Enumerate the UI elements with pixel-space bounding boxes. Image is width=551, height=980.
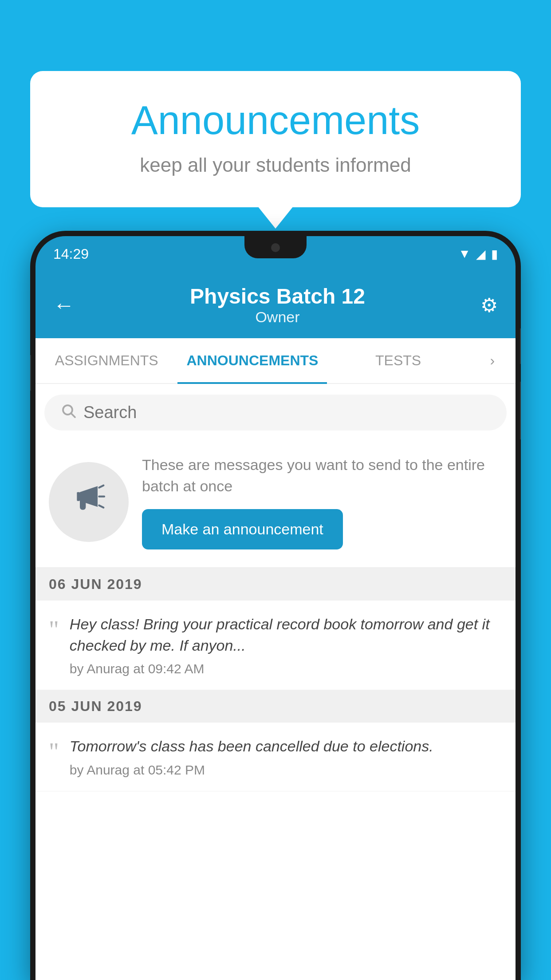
tab-announcements[interactable]: ANNOUNCEMENTS bbox=[177, 338, 327, 383]
speech-bubble: Announcements keep all your students inf… bbox=[30, 71, 521, 207]
date-label-1: 06 JUN 2019 bbox=[49, 576, 142, 593]
header-center: Physics Batch 12 Owner bbox=[75, 284, 480, 326]
back-button[interactable]: ← bbox=[53, 293, 75, 317]
announcement-author-2: by Anurag at 05:42 PM bbox=[70, 763, 502, 778]
tab-more[interactable]: › bbox=[469, 338, 516, 383]
battery-icon: ▮ bbox=[491, 247, 498, 261]
quote-icon-1: " bbox=[49, 617, 59, 676]
app-screen: ← Physics Batch 12 Owner ⚙ ASSIGNMENTS A… bbox=[35, 272, 516, 980]
volume-button bbox=[30, 355, 31, 391]
status-icons: ▼ ◢ ▮ bbox=[458, 247, 498, 261]
bubble-title: Announcements bbox=[66, 98, 485, 143]
promo-icon-container bbox=[49, 462, 129, 542]
tabs-bar: ASSIGNMENTS ANNOUNCEMENTS TESTS › bbox=[35, 338, 516, 384]
svg-line-5 bbox=[99, 505, 103, 507]
search-icon bbox=[60, 403, 76, 423]
announcement-content-2: Tomorrow's class has been cancelled due … bbox=[70, 736, 502, 778]
announcement-text-1: Hey class! Bring your practical record b… bbox=[70, 614, 502, 656]
power-button bbox=[520, 328, 521, 364]
volume-down-button bbox=[520, 382, 521, 439]
status-bar: 14:29 ▼ ◢ ▮ bbox=[35, 236, 516, 272]
promo-content: These are messages you want to send to t… bbox=[142, 454, 502, 549]
notch bbox=[244, 236, 307, 258]
bubble-subtitle: keep all your students informed bbox=[66, 154, 485, 176]
phone-inner: 14:29 ▼ ◢ ▮ ← Physics Batch 12 Owner ⚙ bbox=[35, 236, 516, 980]
announcement-item-1[interactable]: " Hey class! Bring your practical record… bbox=[35, 601, 516, 690]
promo-text: These are messages you want to send to t… bbox=[142, 454, 502, 497]
status-time: 14:29 bbox=[53, 246, 89, 262]
speech-bubble-section: Announcements keep all your students inf… bbox=[30, 71, 521, 207]
header-subtitle: Owner bbox=[75, 308, 480, 326]
announcement-promo: These are messages you want to send to t… bbox=[35, 441, 516, 568]
app-header: ← Physics Batch 12 Owner ⚙ bbox=[35, 272, 516, 338]
announcement-text-2: Tomorrow's class has been cancelled due … bbox=[70, 736, 502, 757]
date-separator-2: 05 JUN 2019 bbox=[35, 690, 516, 723]
announcement-item-2[interactable]: " Tomorrow's class has been cancelled du… bbox=[35, 723, 516, 791]
make-announcement-button[interactable]: Make an announcement bbox=[142, 509, 343, 549]
search-input[interactable] bbox=[83, 403, 491, 422]
camera bbox=[271, 243, 280, 252]
svg-rect-2 bbox=[77, 492, 80, 501]
search-bar[interactable] bbox=[44, 395, 507, 431]
announcement-content-1: Hey class! Bring your practical record b… bbox=[70, 614, 502, 676]
svg-line-3 bbox=[99, 485, 103, 487]
tab-tests[interactable]: TESTS bbox=[327, 338, 469, 383]
signal-icon: ◢ bbox=[476, 247, 486, 261]
announcement-author-1: by Anurag at 09:42 AM bbox=[70, 661, 502, 676]
settings-button[interactable]: ⚙ bbox=[480, 294, 498, 316]
quote-icon-2: " bbox=[49, 739, 59, 778]
header-title: Physics Batch 12 bbox=[75, 284, 480, 308]
date-label-2: 05 JUN 2019 bbox=[49, 698, 142, 715]
megaphone-icon bbox=[71, 480, 106, 524]
svg-line-1 bbox=[71, 414, 75, 417]
tab-assignments[interactable]: ASSIGNMENTS bbox=[35, 338, 177, 383]
phone-frame: 14:29 ▼ ◢ ▮ ← Physics Batch 12 Owner ⚙ bbox=[30, 231, 521, 980]
wifi-icon: ▼ bbox=[458, 247, 471, 261]
date-separator-1: 06 JUN 2019 bbox=[35, 568, 516, 601]
